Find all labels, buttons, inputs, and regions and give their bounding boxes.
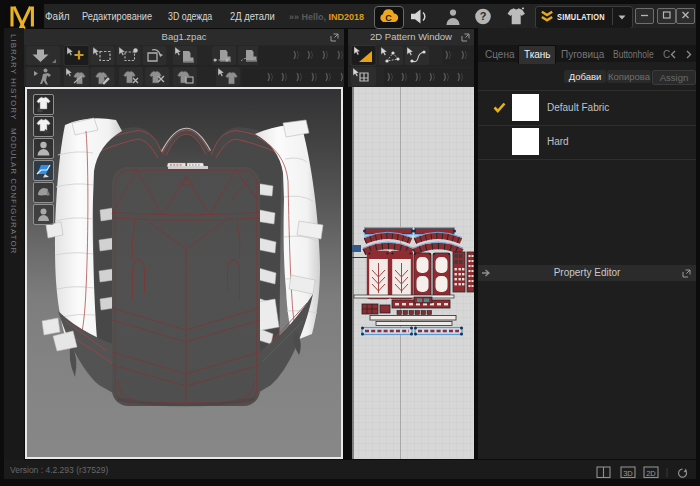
- svg-text:C: C: [385, 13, 392, 23]
- svg-text:2D: 2D: [646, 469, 656, 478]
- svg-text:3D: 3D: [623, 469, 633, 478]
- svg-text:?: ?: [480, 10, 487, 22]
